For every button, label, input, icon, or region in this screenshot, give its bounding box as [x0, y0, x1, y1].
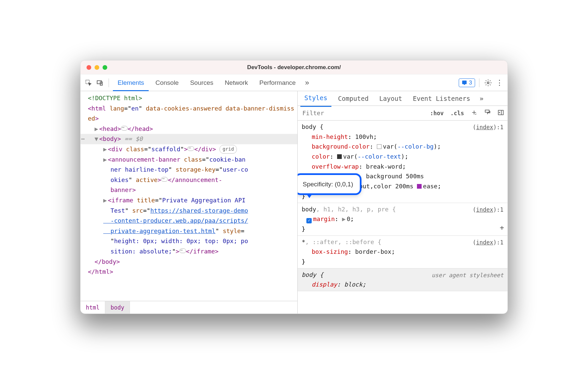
styles-rules: (index):1 body { min-height: 100vh; back…	[298, 121, 507, 314]
dom-head[interactable]: ▶<head></head>	[81, 124, 297, 134]
dom-iframe[interactable]: ▶<iframe title="Private Aggregation API …	[81, 195, 297, 257]
elements-panel: <!DOCTYPE html> <html lang="en" data-coo…	[81, 91, 298, 314]
subtab-layout[interactable]: Layout	[375, 90, 406, 107]
dom-body-selected[interactable]: ▼<body> == $0	[81, 134, 297, 144]
panel-toggle-icon[interactable]	[494, 109, 507, 117]
gear-icon[interactable]	[483, 78, 493, 87]
tab-elements[interactable]: Elements	[113, 74, 149, 91]
ellipsis-icon[interactable]	[187, 146, 194, 151]
more-subtabs-icon[interactable]: »	[477, 94, 486, 103]
tab-performance[interactable]: Performance	[255, 74, 300, 91]
ellipsis-icon[interactable]	[161, 177, 168, 182]
specificity-tooltip: Specificity: (0,0,1)	[298, 173, 361, 195]
dom-div-scaffold[interactable]: ▶<div class="scaffold"></div> grid	[81, 144, 297, 155]
more-tabs-icon[interactable]: »	[302, 78, 312, 87]
error-count: 3	[469, 79, 472, 86]
property-checkbox[interactable]: ✓	[306, 218, 312, 223]
crumb-html[interactable]: html	[81, 301, 105, 314]
add-property-icon[interactable]: +	[500, 222, 504, 234]
window-title: DevTools - developer.chrome.com/	[81, 64, 507, 71]
rule-source[interactable]: (index):1	[473, 123, 503, 132]
device-toggle-icon[interactable]	[95, 78, 105, 87]
cls-button[interactable]: .cls	[447, 110, 467, 117]
paint-icon[interactable]	[481, 109, 494, 117]
console-errors-badge[interactable]: 3	[459, 78, 475, 87]
tab-network[interactable]: Network	[220, 74, 253, 91]
breadcrumb: html body	[81, 301, 297, 314]
crumb-body[interactable]: body	[105, 301, 130, 314]
inspect-icon[interactable]	[84, 78, 93, 87]
grid-badge[interactable]: grid	[219, 145, 237, 154]
rule-source-ua: user agent stylesheet	[432, 270, 503, 280]
devtools-window: DevTools - developer.chrome.com/ Element…	[80, 60, 508, 314]
tab-console[interactable]: Console	[151, 74, 183, 91]
rule-source[interactable]: (index):1	[473, 238, 503, 247]
subtab-computed[interactable]: Computed	[334, 90, 373, 107]
css-rule-universal[interactable]: (index):1 *, ::after, ::before { box-siz…	[298, 236, 507, 268]
subtab-styles[interactable]: Styles	[300, 90, 331, 107]
new-rule-icon[interactable]	[467, 109, 481, 117]
main-toolbar: Elements Console Sources Network Perform…	[81, 74, 507, 91]
dom-html-open[interactable]: <html lang="en" data-cookies-answered da…	[81, 104, 297, 124]
tab-sources[interactable]: Sources	[185, 74, 218, 91]
rule-source[interactable]: (index):1	[473, 205, 503, 214]
styles-subtabs: Styles Computed Layout Event Listeners »	[298, 91, 507, 106]
css-rule-user-agent[interactable]: user agent stylesheet body { display: bl…	[298, 268, 507, 291]
dom-html-close[interactable]: </html>	[81, 267, 297, 277]
dom-tree[interactable]: <!DOCTYPE html> <html lang="en" data-coo…	[81, 91, 297, 301]
filter-input[interactable]	[298, 110, 427, 117]
svg-point-3	[487, 82, 489, 84]
ellipsis-icon[interactable]	[179, 248, 186, 253]
hover-state-button[interactable]: :hov	[427, 110, 447, 117]
kebab-menu-icon[interactable]: ⋮	[495, 78, 504, 87]
dom-body-close[interactable]: </body>	[81, 257, 297, 267]
dom-doctype: <!DOCTYPE html>	[88, 95, 142, 102]
styles-filter-bar: :hov .cls	[298, 106, 507, 121]
styles-panel: Styles Computed Layout Event Listeners »…	[298, 91, 507, 314]
titlebar: DevTools - developer.chrome.com/	[81, 60, 507, 74]
bezier-icon[interactable]	[417, 184, 422, 189]
ellipsis-icon[interactable]	[121, 126, 128, 131]
svg-rect-4	[485, 110, 489, 112]
subtab-event-listeners[interactable]: Event Listeners	[409, 90, 474, 107]
css-rule-body-2[interactable]: (index):1 body, h1, h2, h3, p, pre { ✓ma…	[298, 203, 507, 236]
dom-announcement-banner[interactable]: ▶<announcement-banner class="cookie-ban …	[81, 155, 297, 195]
